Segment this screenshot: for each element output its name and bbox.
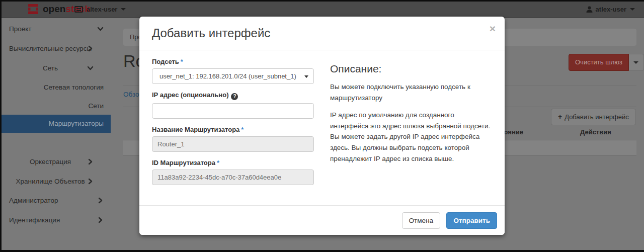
- submit-button[interactable]: Отправить: [446, 212, 497, 229]
- project-switcher-label: altex-user: [87, 6, 117, 13]
- router-name-input: [152, 136, 314, 152]
- close-icon[interactable]: ×: [490, 23, 496, 34]
- project-list-icon: [74, 6, 83, 13]
- chevron-down-icon: [97, 25, 104, 33]
- sidebar-item-compute[interactable]: Вычислительные ресурсы: [0, 39, 101, 58]
- project-switcher-dropdown[interactable]: altex-user: [74, 0, 126, 18]
- required-asterisk: *: [181, 58, 183, 65]
- sidebar-item-admin[interactable]: Администратор: [0, 191, 111, 210]
- caret-down-icon: [633, 61, 638, 64]
- chevron-right-icon: [97, 197, 104, 204]
- chevron-right-icon: [87, 178, 94, 185]
- add-interface-modal: Добавить интерфейс × Подсеть* user_net_1…: [139, 17, 505, 235]
- help-icon[interactable]: ?: [231, 93, 238, 100]
- sidebar-nav: Проект Вычислительные ресурсы Сеть Сетев…: [0, 18, 111, 252]
- subnet-label: Подсеть*: [152, 58, 314, 65]
- description-panel: Описание: Вы можете подключить указанную…: [330, 58, 492, 192]
- user-menu-dropdown[interactable]: atlex-user: [586, 0, 635, 18]
- clear-gateway-button[interactable]: Очистить шлюз: [569, 54, 629, 71]
- description-paragraph-2: IP адрес по умолчанию для созданного инт…: [330, 110, 492, 164]
- chevron-right-icon: [97, 216, 104, 224]
- sidebar-item-orchestration[interactable]: Оркестрация: [0, 152, 101, 172]
- plus-icon: +: [558, 113, 562, 121]
- router-id-input: [152, 170, 314, 185]
- column-header-actions[interactable]: Действия: [580, 128, 611, 136]
- sidebar-item-networks[interactable]: Сети: [0, 97, 111, 116]
- top-navbar: openstack altex-user atlex-user: [0, 0, 644, 18]
- add-interface-button[interactable]: +Добавить интерфейс: [551, 109, 636, 125]
- clear-gateway-split-button: Очистить шлюз: [569, 54, 644, 71]
- modal-title: Добавить интерфейс: [152, 26, 492, 40]
- sidebar-item-network[interactable]: Сеть: [0, 59, 101, 78]
- openstack-logo-icon: [28, 4, 39, 15]
- user-menu-label: atlex-user: [596, 6, 626, 13]
- ip-address-label: IP адрес (опционально)?: [152, 91, 314, 100]
- sidebar-item-routers[interactable]: Маршрутизаторы: [0, 115, 111, 133]
- clear-gateway-caret-button[interactable]: [629, 54, 644, 71]
- description-paragraph-1: Вы можете подключить указанную подсеть к…: [330, 81, 492, 103]
- chevron-right-icon: [87, 45, 94, 52]
- chevron-down-icon: [87, 64, 94, 72]
- caret-down-icon: [121, 8, 126, 11]
- modal-footer: Отмена Отправить: [139, 205, 505, 235]
- modal-body: Подсеть* user_net_1: 192.168.201.0/24 (u…: [139, 50, 505, 192]
- chevron-right-icon: [87, 158, 94, 165]
- sidebar-item-network-topology[interactable]: Сетевая топология: [0, 78, 111, 97]
- interface-form: Подсеть* user_net_1: 192.168.201.0/24 (u…: [152, 58, 314, 192]
- router-id-label: ID Маршрутизатора*: [152, 159, 314, 166]
- sidebar-item-project[interactable]: Проект: [0, 20, 111, 39]
- user-icon: [586, 6, 593, 13]
- router-name-label: Название Маршрутизатора*: [152, 126, 314, 133]
- modal-header: Добавить интерфейс ×: [139, 17, 505, 50]
- cancel-button[interactable]: Отмена: [402, 212, 440, 229]
- sidebar-item-object-store[interactable]: Хранилище Объектов: [0, 172, 101, 191]
- caret-down-icon: [630, 8, 635, 11]
- required-asterisk: *: [217, 159, 219, 166]
- window-frame-bottom: [0, 250, 644, 252]
- subnet-select[interactable]: user_net_1: 192.168.201.0/24 (user_subne…: [152, 68, 314, 84]
- sidebar-item-identity[interactable]: Идентификация: [0, 211, 111, 230]
- description-heading: Описание:: [330, 63, 492, 75]
- caret-down-icon: [304, 75, 308, 78]
- window-frame-left: [0, 0, 2, 252]
- required-asterisk: *: [241, 126, 244, 133]
- ip-address-input[interactable]: [152, 103, 314, 119]
- window-frame-top: [0, 0, 644, 2]
